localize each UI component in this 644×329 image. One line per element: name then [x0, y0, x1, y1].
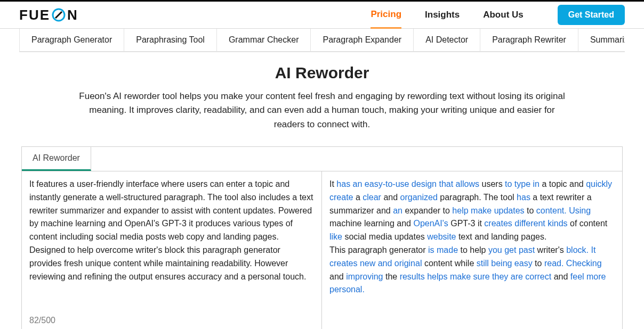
nav-about[interactable]: About Us: [483, 2, 524, 28]
tool-paraphrasing[interactable]: Paraphrasing Tool: [124, 29, 217, 52]
page-description: Fueon's AI reworder tool helps you make …: [74, 89, 570, 131]
input-column[interactable]: It features a user-friendly interface wh…: [22, 171, 322, 329]
panel-body: It features a user-friendly interface wh…: [22, 171, 622, 329]
tool-paragraph-rewriter[interactable]: Paragraph Rewriter: [480, 29, 578, 52]
panel-tabs: AI Reworder: [22, 147, 622, 171]
reworder-panel: AI Reworder It features a user-friendly …: [21, 146, 623, 329]
nav-pricing[interactable]: Pricing: [371, 2, 401, 29]
tool-paragraph-expander[interactable]: Paragraph Expander: [310, 29, 414, 52]
word-counter: 82/500: [29, 314, 314, 327]
tool-paragraph-generator[interactable]: Paragraph Generator: [19, 29, 124, 52]
nav-insights[interactable]: Insights: [425, 2, 460, 28]
main-nav: Pricing Insights About Us Get Started: [371, 2, 625, 29]
get-started-button[interactable]: Get Started: [558, 5, 625, 25]
logo[interactable]: FUE N: [19, 7, 78, 23]
tool-grammar-checker[interactable]: Grammar Checker: [216, 29, 311, 52]
output-paragraph-2: This paragraph generator is made to help…: [329, 244, 615, 297]
hero: AI Reworder Fueon's AI reworder tool hel…: [0, 52, 644, 141]
tab-ai-reworder[interactable]: AI Reworder: [22, 147, 91, 171]
svg-line-1: [55, 12, 62, 18]
output-paragraph-1: It has an easy-to-use design that allows…: [329, 178, 615, 244]
logo-text-post: N: [67, 7, 78, 23]
logo-icon: [51, 7, 66, 22]
tool-ai-detector[interactable]: AI Detector: [413, 29, 480, 52]
tool-summarizer[interactable]: Summarizer: [578, 29, 625, 52]
tools-row: Paragraph Generator Paraphrasing Tool Gr…: [19, 29, 625, 52]
page-title: AI Reworder: [0, 64, 644, 82]
logo-text-pre: FUE: [19, 7, 50, 23]
output-column: It has an easy-to-use design that allows…: [322, 171, 622, 329]
input-text[interactable]: It features a user-friendly interface wh…: [29, 178, 314, 283]
topbar: FUE N Pricing Insights About Us Get Star…: [0, 0, 644, 29]
